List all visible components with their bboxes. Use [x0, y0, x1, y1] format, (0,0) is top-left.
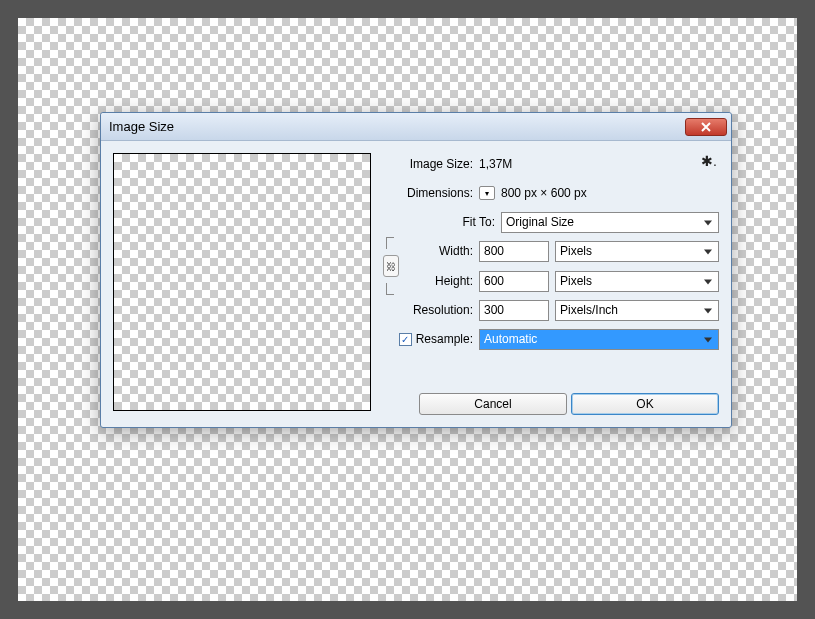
close-icon	[701, 122, 711, 132]
dialog-titlebar[interactable]: Image Size	[101, 113, 731, 141]
resample-method-select[interactable]: Automatic	[479, 329, 719, 350]
resolution-input[interactable]	[479, 300, 549, 321]
image-size-dialog: Image Size ✱. Image Size: 1,37M Dimensio…	[100, 112, 732, 428]
chevron-down-icon: ▾	[485, 189, 489, 198]
image-size-value: 1,37M	[479, 157, 512, 171]
dimensions-unit-dropdown[interactable]: ▾	[479, 186, 495, 200]
image-size-label: Image Size:	[383, 157, 473, 171]
width-input[interactable]	[479, 241, 549, 262]
constrain-proportions-button[interactable]: ⛓	[383, 255, 399, 277]
resolution-unit-value: Pixels/Inch	[560, 303, 618, 317]
close-button[interactable]	[685, 118, 727, 136]
resample-checkbox[interactable]: ✓	[399, 333, 412, 346]
height-input[interactable]	[479, 271, 549, 292]
height-label: Height:	[405, 274, 473, 288]
cancel-button-label: Cancel	[474, 397, 511, 411]
fit-to-label: Fit To:	[383, 215, 495, 229]
checkmark-icon: ✓	[401, 334, 409, 345]
resample-method-value: Automatic	[484, 332, 537, 346]
resolution-label: Resolution:	[383, 303, 473, 317]
gear-icon: ✱.	[701, 153, 717, 169]
height-unit-value: Pixels	[560, 274, 592, 288]
width-label: Width:	[405, 244, 473, 258]
chain-link-icon: ⛓	[386, 261, 396, 272]
ok-button[interactable]: OK	[571, 393, 719, 415]
preview-thumbnail	[113, 153, 371, 411]
dialog-title: Image Size	[109, 119, 685, 134]
resample-label: Resample:	[416, 332, 473, 346]
resolution-unit-select[interactable]: Pixels/Inch	[555, 300, 719, 321]
width-unit-value: Pixels	[560, 244, 592, 258]
ok-button-label: OK	[636, 397, 653, 411]
dimensions-value: 800 px × 600 px	[501, 186, 587, 200]
width-unit-select[interactable]: Pixels	[555, 241, 719, 262]
settings-gear-button[interactable]: ✱.	[701, 153, 717, 169]
fit-to-select[interactable]: Original Size	[501, 212, 719, 233]
cancel-button[interactable]: Cancel	[419, 393, 567, 415]
fit-to-value: Original Size	[506, 215, 574, 229]
dimensions-label: Dimensions:	[383, 186, 473, 200]
height-unit-select[interactable]: Pixels	[555, 271, 719, 292]
